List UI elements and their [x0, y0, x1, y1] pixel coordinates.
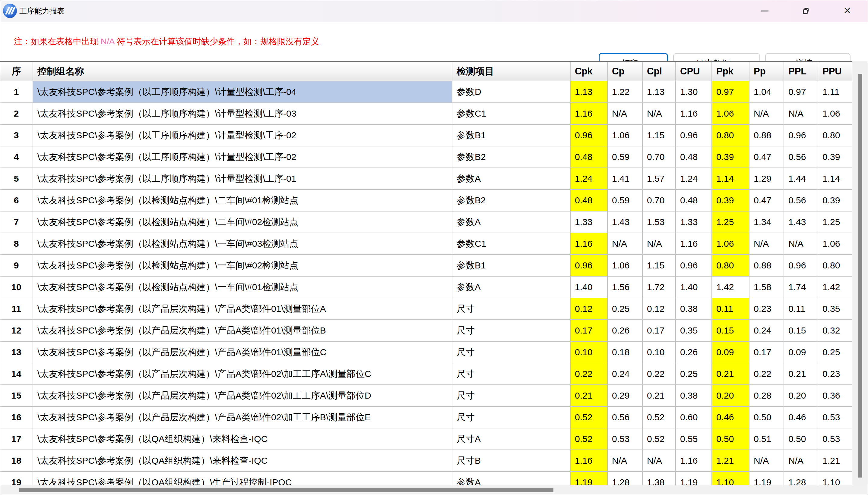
value-cell-cpu[interactable]: 0.60	[676, 407, 712, 428]
inspection-item-cell[interactable]: 参数A	[453, 211, 571, 233]
value-cell-ppl[interactable]: 0.96	[784, 125, 818, 147]
value-cell-cpu[interactable]: 0.48	[676, 147, 712, 168]
control-group-name-cell[interactable]: \太友科技SPC\参考案例（以产品层次构建）\产品A类\部件01\测量部位A	[33, 298, 453, 320]
value-cell-ppk[interactable]: 0.39	[712, 147, 750, 168]
value-cell-cpk[interactable]: 1.16	[571, 103, 608, 125]
value-cell-cpl[interactable]: N/A	[643, 233, 676, 255]
control-group-name-cell[interactable]: \太友科技SPC\参考案例（以产品层次构建）\产品A类\部件01\测量部位B	[33, 320, 453, 342]
value-cell-cpk[interactable]: 0.17	[571, 320, 608, 342]
value-cell-ppl[interactable]: 0.20	[784, 385, 818, 407]
value-cell-cpu[interactable]: 1.16	[676, 450, 712, 472]
control-group-name-cell[interactable]: \太友科技SPC\参考案例（以工序顺序构建）\计量型检测\工序-02	[33, 147, 453, 168]
control-group-name-cell[interactable]: \太友科技SPC\参考案例（以QA组织构建）\来料检查-IQC	[33, 428, 453, 450]
row-seq-cell[interactable]: 5	[0, 168, 33, 190]
value-cell-ppu[interactable]: 0.80	[818, 255, 852, 277]
value-cell-ppu[interactable]: 1.06	[818, 233, 852, 255]
control-group-name-cell[interactable]: \太友科技SPC\参考案例（以QA组织构建）\生产过程控制-IPQC	[33, 472, 453, 485]
value-cell-ppk[interactable]: 0.09	[712, 342, 750, 363]
value-cell-pp[interactable]: 0.47	[750, 147, 784, 168]
value-cell-cpu[interactable]: 1.33	[676, 211, 712, 233]
value-cell-cp[interactable]: 1.41	[608, 168, 643, 190]
row-seq-cell[interactable]: 11	[0, 298, 33, 320]
value-cell-pp[interactable]: N/A	[750, 450, 784, 472]
inspection-item-cell[interactable]: 参数B1	[453, 125, 571, 147]
value-cell-cp[interactable]: N/A	[608, 450, 643, 472]
value-cell-pp[interactable]: 0.88	[750, 125, 784, 147]
value-cell-ppl[interactable]: 0.96	[784, 255, 818, 277]
value-cell-ppk[interactable]: 1.14	[712, 168, 750, 190]
value-cell-cpk[interactable]: 0.52	[571, 428, 608, 450]
control-group-name-cell[interactable]: \太友科技SPC\参考案例（以QA组织构建）\来料检查-IQC	[33, 450, 453, 472]
value-cell-cpk[interactable]: 0.12	[571, 298, 608, 320]
value-cell-ppl[interactable]: 1.44	[784, 168, 818, 190]
value-cell-ppk[interactable]: 1.21	[712, 450, 750, 472]
value-cell-cp[interactable]: 0.56	[608, 407, 643, 428]
value-cell-cp[interactable]: 1.28	[608, 472, 643, 485]
value-cell-cpk[interactable]: 0.22	[571, 363, 608, 385]
value-cell-cpk[interactable]: 1.33	[571, 211, 608, 233]
row-seq-cell[interactable]: 9	[0, 255, 33, 277]
value-cell-ppk[interactable]: 1.06	[712, 233, 750, 255]
value-cell-ppl[interactable]: 0.56	[784, 190, 818, 211]
value-cell-ppl[interactable]: 0.15	[784, 320, 818, 342]
value-cell-ppk[interactable]: 1.06	[712, 103, 750, 125]
column-header-cpk[interactable]: Cpk	[571, 62, 608, 81]
value-cell-cpu[interactable]: 0.25	[676, 363, 712, 385]
inspection-item-cell[interactable]: 参数A	[453, 472, 571, 485]
value-cell-cpu[interactable]: 1.24	[676, 168, 712, 190]
value-cell-ppu[interactable]: 0.80	[818, 125, 852, 147]
value-cell-cpl[interactable]: 0.22	[643, 363, 676, 385]
inspection-item-cell[interactable]: 参数D	[453, 81, 571, 103]
restore-button[interactable]	[785, 0, 827, 22]
row-seq-cell[interactable]: 3	[0, 125, 33, 147]
value-cell-ppu[interactable]: 1.11	[818, 81, 852, 103]
value-cell-pp[interactable]: 0.47	[750, 190, 784, 211]
value-cell-ppk[interactable]: 0.97	[712, 81, 750, 103]
inspection-item-cell[interactable]: 参数C1	[453, 103, 571, 125]
vertical-scrollbar-thumb[interactable]	[858, 74, 862, 478]
horizontal-scrollbar-thumb[interactable]	[19, 488, 554, 492]
control-group-name-cell[interactable]: \太友科技SPC\参考案例（以检测站点构建）\一车间\#01检测站点	[33, 277, 453, 298]
value-cell-ppu[interactable]: 0.25	[818, 342, 852, 363]
value-cell-pp[interactable]: 0.88	[750, 255, 784, 277]
value-cell-cpu[interactable]: 0.55	[676, 428, 712, 450]
value-cell-cpl[interactable]: 0.21	[643, 385, 676, 407]
value-cell-ppu[interactable]: 1.10	[818, 472, 852, 485]
value-cell-pp[interactable]: 1.58	[750, 277, 784, 298]
value-cell-cpk[interactable]: 0.21	[571, 385, 608, 407]
value-cell-ppl[interactable]: 0.11	[784, 298, 818, 320]
value-cell-cp[interactable]: N/A	[608, 233, 643, 255]
control-group-name-cell[interactable]: \太友科技SPC\参考案例（以工序顺序构建）\计量型检测\工序-04	[33, 81, 453, 103]
control-group-name-cell[interactable]: \太友科技SPC\参考案例（以检测站点构建）\二车间\#02检测站点	[33, 211, 453, 233]
value-cell-cpl[interactable]: N/A	[643, 103, 676, 125]
value-cell-ppu[interactable]: 0.36	[818, 385, 852, 407]
value-cell-ppu[interactable]: 1.42	[818, 277, 852, 298]
column-header-cp[interactable]: Cp	[608, 62, 643, 81]
value-cell-ppl[interactable]: 0.21	[784, 363, 818, 385]
row-seq-cell[interactable]: 8	[0, 233, 33, 255]
row-seq-cell[interactable]: 15	[0, 385, 33, 407]
control-group-name-cell[interactable]: \太友科技SPC\参考案例（以检测站点构建）\一车间\#03检测站点	[33, 233, 453, 255]
value-cell-pp[interactable]: N/A	[750, 233, 784, 255]
value-cell-cpk[interactable]: 0.48	[571, 190, 608, 211]
value-cell-cpl[interactable]: 1.15	[643, 125, 676, 147]
inspection-item-cell[interactable]: 尺寸	[453, 342, 571, 363]
value-cell-cpl[interactable]: 1.15	[643, 255, 676, 277]
inspection-item-cell[interactable]: 参数C1	[453, 233, 571, 255]
row-seq-cell[interactable]: 7	[0, 211, 33, 233]
value-cell-cpl[interactable]: 0.70	[643, 147, 676, 168]
value-cell-cpk[interactable]: 1.16	[571, 233, 608, 255]
value-cell-cpu[interactable]: 1.16	[676, 103, 712, 125]
value-cell-pp[interactable]: 0.23	[750, 298, 784, 320]
value-cell-pp[interactable]: 1.34	[750, 211, 784, 233]
value-cell-ppk[interactable]: 0.39	[712, 190, 750, 211]
value-cell-pp[interactable]: N/A	[750, 103, 784, 125]
value-cell-cpu[interactable]: 1.40	[676, 277, 712, 298]
value-cell-ppu[interactable]: 1.21	[818, 450, 852, 472]
value-cell-cpk[interactable]: 0.96	[571, 125, 608, 147]
column-header-ppl[interactable]: PPL	[784, 62, 818, 81]
value-cell-cpu[interactable]: 0.96	[676, 255, 712, 277]
minimize-button[interactable]	[744, 0, 785, 22]
value-cell-ppu[interactable]: 1.14	[818, 168, 852, 190]
value-cell-cpu[interactable]: 1.16	[676, 233, 712, 255]
